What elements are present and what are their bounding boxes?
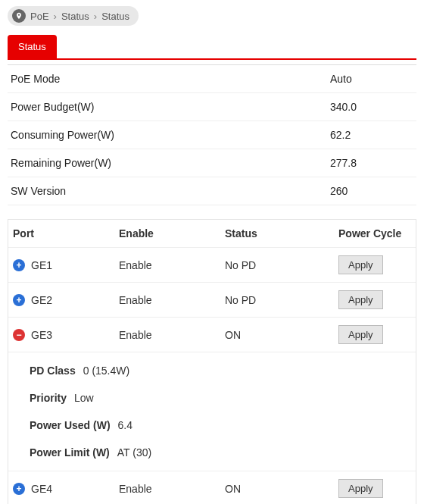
port-status: ON: [225, 483, 338, 495]
breadcrumb-item[interactable]: PoE: [30, 11, 49, 22]
breadcrumb-item[interactable]: Status: [61, 11, 89, 22]
expand-icon[interactable]: +: [13, 294, 25, 306]
apply-button[interactable]: Apply: [338, 325, 383, 344]
summary-label: Remaining Power(W): [11, 157, 330, 169]
expand-icon[interactable]: +: [13, 259, 25, 271]
chevron-right-icon: ›: [54, 11, 57, 22]
port-table: Port Enable Status Power Cycle + GE1 Ena…: [8, 219, 416, 504]
port-enable: Enable: [119, 259, 225, 271]
detail-value: 6.4: [118, 419, 132, 431]
chevron-right-icon: ›: [94, 11, 97, 22]
breadcrumb-item[interactable]: Status: [101, 11, 129, 22]
port-enable: Enable: [119, 329, 225, 341]
table-row: + GE2 Enable No PD Apply: [8, 283, 416, 318]
table-header: Port Enable Status Power Cycle: [8, 220, 416, 248]
port-enable: Enable: [119, 294, 225, 306]
port-status: No PD: [225, 259, 338, 271]
summary-value: Auto: [330, 73, 413, 85]
summary-value: 260: [330, 185, 413, 197]
summary-label: PoE Mode: [11, 73, 330, 85]
detail-value: AT (30): [117, 446, 151, 459]
detail-value: 0 (15.4W): [83, 365, 129, 377]
port-name: GE3: [31, 329, 52, 341]
port-status: ON: [225, 329, 338, 341]
header-port: Port: [13, 227, 119, 239]
port-detail: PD Class 0 (15.4W) Priority Low Power Us…: [8, 352, 416, 471]
header-enable: Enable: [119, 227, 225, 239]
summary-label: SW Version: [11, 185, 330, 197]
port-status: No PD: [225, 294, 338, 306]
summary-label: Power Budget(W): [11, 101, 330, 113]
header-power-cycle: Power Cycle: [338, 227, 411, 239]
table-row: + GE1 Enable No PD Apply: [8, 248, 416, 283]
apply-button[interactable]: Apply: [338, 290, 383, 309]
breadcrumb[interactable]: PoE › Status › Status: [8, 6, 139, 26]
port-name: GE1: [31, 259, 52, 271]
detail-label: PD Class: [30, 365, 76, 377]
table-row: − GE3 Enable ON Apply: [8, 318, 416, 352]
summary-value: 62.2: [330, 129, 413, 141]
summary-value: 277.8: [330, 157, 413, 169]
summary-label: Consuming Power(W): [11, 129, 330, 141]
collapse-icon[interactable]: −: [13, 329, 25, 341]
summary-table: PoE Mode Auto Power Budget(W) 340.0 Cons…: [8, 64, 416, 205]
tab-status[interactable]: Status: [8, 35, 57, 58]
expand-icon[interactable]: +: [13, 483, 25, 495]
header-status: Status: [225, 227, 338, 239]
location-icon: [12, 9, 26, 23]
detail-label: Priority: [30, 392, 67, 404]
summary-value: 340.0: [330, 101, 413, 113]
port-name: GE2: [31, 294, 52, 306]
detail-value: Low: [74, 392, 94, 404]
table-row: + GE4 Enable ON Apply: [8, 471, 416, 504]
apply-button[interactable]: Apply: [338, 255, 383, 274]
detail-label: Power Limit (W): [30, 446, 110, 459]
detail-label: Power Used (W): [30, 419, 111, 431]
port-name: GE4: [31, 483, 52, 495]
tab-bar: Status: [8, 35, 416, 60]
apply-button[interactable]: Apply: [338, 479, 383, 498]
port-enable: Enable: [119, 483, 225, 495]
